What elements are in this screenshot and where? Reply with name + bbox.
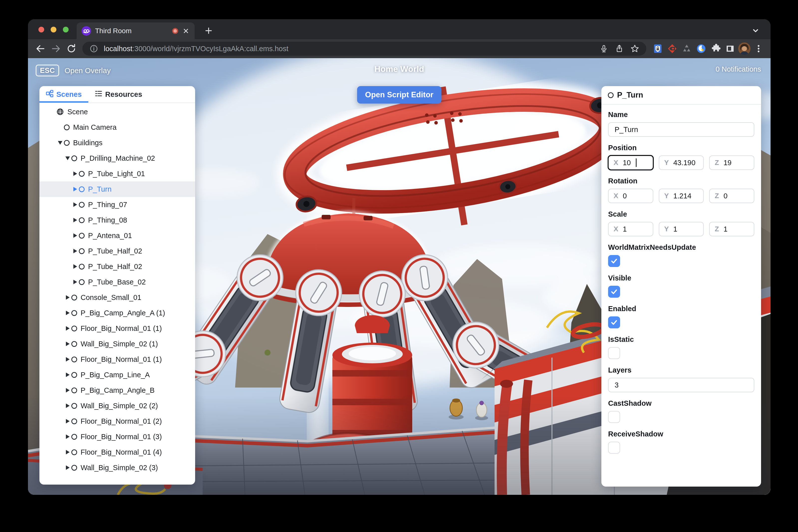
- world-matrix-needs-update-checkbox[interactable]: [608, 255, 620, 267]
- tree-item-label: Console_Small_01: [81, 293, 141, 302]
- entity-circle-icon: [79, 186, 84, 192]
- tab-close-icon[interactable]: [182, 27, 190, 35]
- notifications-status[interactable]: 0 Notifications: [716, 65, 761, 73]
- microphone-icon[interactable]: [598, 43, 609, 54]
- tab-resources[interactable]: Resources: [88, 86, 149, 102]
- macos-window-controls[interactable]: [38, 27, 69, 33]
- url-text[interactable]: localhost:3000/world/!vjrzmTVOcyIsLgaAkA…: [104, 45, 594, 53]
- browser-menu-kebab-icon[interactable]: [752, 42, 765, 55]
- bookmark-star-icon[interactable]: [629, 43, 640, 54]
- password-manager-extension-icon[interactable]: [651, 42, 664, 55]
- position-z-input[interactable]: Z19: [709, 155, 754, 170]
- rotation-x-input[interactable]: X0: [608, 189, 653, 203]
- is-static-checkbox[interactable]: [608, 347, 620, 359]
- browser-tab[interactable]: Third Room: [77, 22, 195, 39]
- tree-item[interactable]: P_Drilling_Machine_02: [39, 150, 195, 166]
- caret-right-icon[interactable]: [64, 342, 71, 346]
- caret-right-icon[interactable]: [71, 218, 79, 222]
- tree-item[interactable]: Scene: [39, 104, 195, 119]
- tree-item[interactable]: P_Tube_Base_02: [39, 274, 195, 290]
- enabled-label: Enabled: [608, 305, 754, 313]
- tree-item[interactable]: Wall_Big_Simple_02 (2): [39, 398, 195, 414]
- tree-item-label: P_Big_Camp_Angle_A (1): [81, 309, 165, 317]
- caret-down-icon[interactable]: [56, 141, 64, 145]
- tree-item[interactable]: Main Camera: [39, 119, 195, 135]
- tree-item[interactable]: Wall_Big_Simple_02 (1): [39, 336, 195, 352]
- back-icon[interactable]: [34, 42, 48, 56]
- caret-right-icon[interactable]: [64, 403, 71, 408]
- tree-item[interactable]: Floor_Big_Normal_01 (2): [39, 414, 195, 429]
- tree-item[interactable]: P_Big_Camp_Angle_B: [39, 382, 195, 398]
- tree-item[interactable]: P_Antena_01: [39, 228, 195, 243]
- visible-checkbox[interactable]: [608, 286, 620, 298]
- tree-item[interactable]: P_Thing_08: [39, 212, 195, 228]
- tree-item[interactable]: P_Turn: [39, 182, 195, 197]
- tree-item[interactable]: Console_Small_01: [39, 290, 195, 305]
- caret-right-icon[interactable]: [71, 249, 79, 253]
- recycle-extension-icon[interactable]: [680, 42, 693, 55]
- tab-scenes[interactable]: Scenes: [39, 86, 88, 102]
- caret-right-icon[interactable]: [64, 419, 71, 423]
- caret-down-icon[interactable]: [64, 156, 71, 160]
- caret-right-icon[interactable]: [64, 388, 71, 393]
- caret-right-icon[interactable]: [64, 373, 71, 377]
- reload-icon[interactable]: [64, 42, 78, 56]
- caret-right-icon[interactable]: [64, 311, 71, 315]
- caret-right-icon[interactable]: [71, 280, 79, 284]
- caret-right-icon[interactable]: [64, 450, 71, 454]
- side-panel-icon[interactable]: [724, 42, 737, 55]
- url-bar[interactable]: localhost:3000/world/!vjrzmTVOcyIsLgaAkA…: [82, 42, 646, 56]
- caret-right-icon[interactable]: [64, 326, 71, 330]
- rotation-label: Rotation: [608, 177, 754, 185]
- tree-item[interactable]: P_Thing_07: [39, 197, 195, 212]
- caret-right-icon[interactable]: [71, 233, 79, 238]
- tree-item[interactable]: Buildings: [39, 135, 195, 150]
- scale-x-input[interactable]: X1: [608, 222, 653, 236]
- caret-right-icon[interactable]: [64, 357, 71, 362]
- tree-item[interactable]: P_Tube_Light_01: [39, 166, 195, 182]
- position-y-input[interactable]: Y43.190: [659, 155, 704, 170]
- tree-item[interactable]: Wall_Big_Simple_02 (3): [39, 460, 195, 475]
- tree-item[interactable]: Floor_Big_Normal_01 (4): [39, 444, 195, 460]
- tree-item[interactable]: P_Big_Camp_Line_A: [39, 367, 195, 382]
- rotation-y-input[interactable]: Y1.214: [659, 189, 704, 203]
- open-script-editor-button[interactable]: Open Script Editor: [357, 86, 441, 103]
- browser-window: Third Room: [28, 19, 771, 495]
- minimize-window-button[interactable]: [51, 27, 56, 33]
- caret-right-icon[interactable]: [64, 466, 71, 470]
- caret-right-icon[interactable]: [71, 202, 79, 207]
- night-mode-extension-icon[interactable]: [695, 42, 708, 55]
- tree-item[interactable]: Floor_Big_Normal_01 (1): [39, 352, 195, 367]
- scale-z-input[interactable]: Z1: [709, 222, 754, 236]
- tab-search-chevron-icon[interactable]: [749, 25, 762, 37]
- scale-y-input[interactable]: Y1: [659, 222, 704, 236]
- new-tab-button[interactable]: [203, 25, 214, 37]
- profile-avatar[interactable]: [738, 42, 750, 55]
- tree-item[interactable]: Floor_Big_Normal_01 (1): [39, 321, 195, 336]
- share-icon[interactable]: [614, 43, 625, 54]
- position-x-input[interactable]: X10: [608, 155, 654, 170]
- receive-shadow-checkbox[interactable]: [608, 442, 620, 454]
- layers-input[interactable]: 3: [608, 378, 754, 392]
- close-window-button[interactable]: [38, 27, 44, 33]
- forward-icon[interactable]: [49, 42, 63, 56]
- rotation-z-input[interactable]: Z0: [709, 189, 754, 203]
- name-input[interactable]: P_Turn: [608, 122, 754, 137]
- tree-item[interactable]: P_Tube_Half_02: [39, 243, 195, 259]
- cast-shadow-checkbox[interactable]: [608, 411, 620, 423]
- extensions-puzzle-icon[interactable]: [709, 42, 722, 55]
- caret-right-icon[interactable]: [71, 171, 79, 176]
- red-diamond-extension-icon[interactable]: [666, 42, 679, 55]
- tree-item[interactable]: P_Big_Camp_Angle_A (1): [39, 305, 195, 321]
- tree-item[interactable]: P_Tube_Half_02: [39, 259, 195, 274]
- site-info-icon[interactable]: [88, 43, 99, 54]
- caret-right-icon[interactable]: [64, 434, 71, 439]
- zoom-window-button[interactable]: [63, 27, 69, 33]
- world-viewport[interactable]: ESC Open Overlay Home World 0 Notificati…: [28, 58, 771, 495]
- entity-circle-icon: [79, 264, 84, 269]
- tree-item[interactable]: Floor_Big_Normal_01 (3): [39, 429, 195, 444]
- caret-right-icon[interactable]: [64, 295, 71, 300]
- enabled-checkbox[interactable]: [608, 317, 620, 328]
- caret-right-icon[interactable]: [71, 264, 79, 269]
- caret-right-icon[interactable]: [71, 187, 79, 191]
